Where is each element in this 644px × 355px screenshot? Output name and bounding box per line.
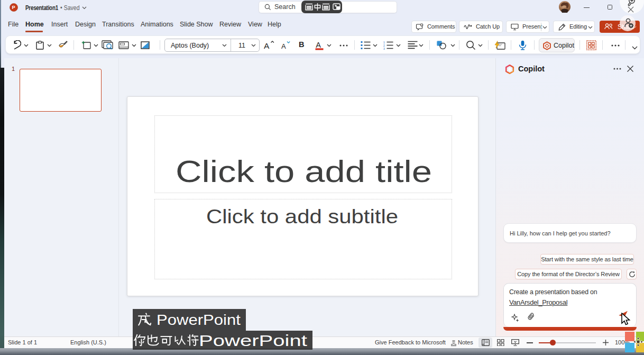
- svg-text:A: A: [281, 42, 286, 50]
- svg-text:P: P: [12, 5, 15, 10]
- svg-text:3: 3: [383, 47, 385, 50]
- svg-text:@: @: [421, 24, 424, 26]
- svg-text:A: A: [264, 41, 270, 50]
- svg-text:A: A: [316, 41, 321, 49]
